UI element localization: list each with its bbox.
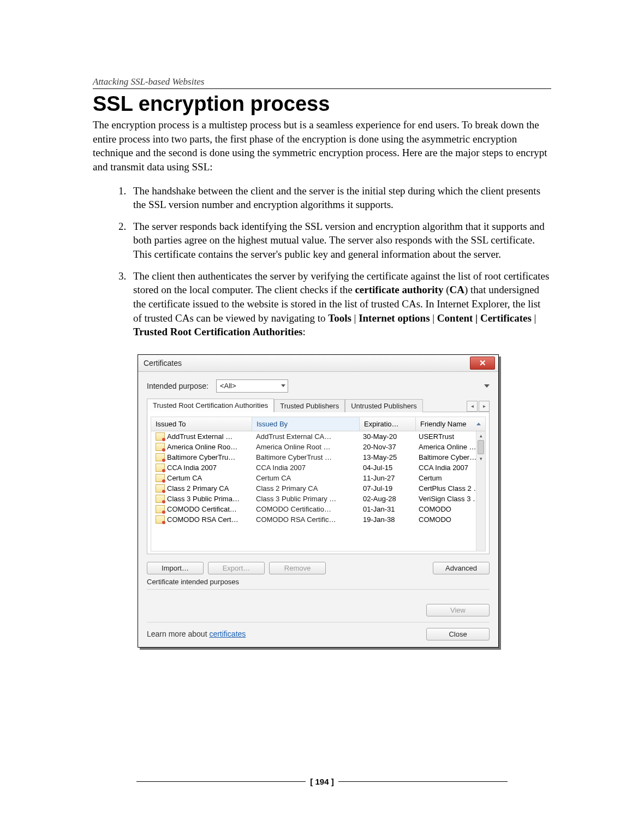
learn-more: Learn more about certificates	[147, 630, 246, 638]
import-button[interactable]: Import…	[147, 562, 204, 574]
intended-purposes-label: Certificate intended purposes	[147, 578, 490, 586]
certificate-icon	[156, 453, 165, 461]
col-expiration[interactable]: Expiratio…	[360, 417, 416, 431]
cell-issued-by: AddTrust External CA…	[252, 432, 359, 441]
cell-issued-to: COMODO Certificat…	[167, 505, 237, 513]
cell-friendly: USERTrust	[414, 432, 485, 441]
cell-issued-by: Baltimore CyberTrust …	[252, 453, 359, 462]
cell-friendly: America Online R…	[414, 442, 485, 452]
cell-friendly: Baltimore Cyber…	[414, 453, 485, 462]
dialog-body: Intended purpose: <All> Trusted Root Cer…	[138, 372, 498, 647]
certificate-icon	[156, 432, 165, 441]
cell-expiration: 20-Nov-37	[359, 442, 414, 452]
cell-friendly: COMODO	[414, 515, 485, 524]
footer-rule-right	[338, 781, 508, 782]
cell-expiration: 01-Jan-31	[359, 505, 414, 514]
cell-issued-by: Class 2 Primary CA	[252, 484, 359, 493]
cell-expiration: 13-May-25	[359, 453, 414, 462]
remove-button[interactable]: Remove	[269, 562, 326, 574]
cell-expiration: 19-Jan-38	[359, 515, 414, 524]
cell-issued-by: CCA India 2007	[252, 463, 359, 472]
step-2: The server responds back identifying the…	[129, 219, 551, 262]
table-row[interactable]: COMODO Certificat… COMODO Certificatio… …	[151, 504, 485, 514]
section-title: SSL encryption process	[93, 92, 551, 116]
cell-expiration: 02-Aug-28	[359, 494, 414, 503]
tab-strip: Trusted Root Certification Authorities T…	[147, 398, 490, 412]
dialog-footer: Learn more about certificates Close	[147, 628, 490, 640]
table-row[interactable]: CCA India 2007 CCA India 2007 04-Jul-15 …	[151, 462, 485, 473]
cell-expiration: 07-Jul-19	[359, 484, 414, 493]
cell-issued-by: Certum CA	[252, 473, 359, 483]
view-button[interactable]: View	[426, 604, 490, 616]
col-friendly-label: Friendly Name	[420, 420, 467, 428]
learn-more-prefix: Learn more about	[147, 630, 209, 638]
step3-bold-trca: Trusted Root Certification Authorities	[133, 326, 302, 337]
cell-friendly: COMODO	[414, 505, 485, 514]
export-button[interactable]: Export…	[208, 562, 265, 574]
steps-list: The handshake between the client and the…	[93, 184, 551, 339]
cell-expiration: 11-Jun-27	[359, 473, 414, 483]
cell-issued-to: Class 3 Public Prima…	[167, 495, 240, 503]
cell-issued-to: Certum CA	[167, 474, 202, 482]
step3-bold-inet: Internet options	[359, 312, 430, 324]
certificate-icon	[156, 495, 165, 503]
table-row[interactable]: AddTrust External … AddTrust External CA…	[151, 431, 485, 442]
col-issued-by[interactable]: Issued By	[252, 417, 360, 431]
step3-sep: |	[351, 312, 359, 324]
table-row[interactable]: Class 3 Public Prima… Class 3 Public Pri…	[151, 494, 485, 504]
tab-scroll-left[interactable]: ◂	[467, 401, 478, 412]
table-body[interactable]: AddTrust External … AddTrust External CA…	[151, 431, 485, 551]
vertical-scrollbar[interactable]: ▴ ▾	[476, 431, 485, 551]
dropdown-icon[interactable]	[484, 384, 490, 388]
cell-issued-to: AddTrust External …	[167, 432, 232, 441]
cell-expiration: 04-Jul-15	[359, 463, 414, 472]
dialog-titlebar[interactable]: Certificates ✕	[138, 355, 498, 372]
close-dialog-button[interactable]: Close	[426, 628, 490, 640]
table-row[interactable]: Certum CA Certum CA 11-Jun-27 Certum	[151, 473, 485, 483]
step3-bold-ca-full: certificate authority	[355, 284, 443, 295]
col-friendly-name[interactable]: Friendly Name	[416, 417, 485, 431]
step3-sep: |	[430, 312, 437, 324]
footer-rule-left	[136, 781, 306, 782]
tab-scroll-buttons: ◂ ▸	[467, 401, 490, 412]
certificate-table: Issued To Issued By Expiratio… Friendly …	[151, 417, 486, 551]
tab-trusted-publishers[interactable]: Trusted Publishers	[274, 399, 345, 412]
intended-purpose-label: Intended purpose:	[147, 382, 208, 390]
tab-trusted-root-ca[interactable]: Trusted Root Certification Authorities	[147, 399, 274, 412]
close-button[interactable]: ✕	[470, 357, 495, 370]
cell-friendly: CCA India 2007	[414, 463, 485, 472]
intended-purpose-combo[interactable]: <All>	[216, 379, 288, 393]
table-row[interactable]: Class 2 Primary CA Class 2 Primary CA 07…	[151, 483, 485, 494]
certificate-icon	[156, 484, 165, 492]
table-row[interactable]: Baltimore CyberTru… Baltimore CyberTrust…	[151, 452, 485, 462]
scroll-down-icon[interactable]: ▾	[476, 454, 485, 463]
divider	[147, 622, 490, 622]
view-button-row: View	[147, 604, 490, 616]
scroll-up-icon[interactable]: ▴	[476, 431, 485, 440]
tab-untrusted-publishers[interactable]: Untrusted Publishers	[345, 399, 423, 412]
scroll-thumb[interactable]	[478, 440, 484, 454]
table-row[interactable]: America Online Roo… America Online Root …	[151, 442, 485, 452]
cell-issued-by: COMODO Certificatio…	[252, 505, 359, 514]
certificate-list-pane: Issued To Issued By Expiratio… Friendly …	[147, 412, 490, 554]
intended-purpose-row: Intended purpose: <All>	[147, 379, 490, 393]
step3-bold-ca: CA	[449, 284, 464, 295]
col-issued-by-label: Issued By	[257, 420, 288, 428]
running-header: Attacking SSL-based Websites	[93, 76, 551, 89]
page-footer: [ 194 ]	[0, 777, 644, 786]
cell-issued-by: Class 3 Public Primary …	[252, 494, 359, 503]
cell-friendly: CertPlus Class 2 …	[414, 484, 485, 493]
cell-issued-to: Baltimore CyberTru…	[167, 453, 235, 461]
certificate-icon	[156, 474, 165, 482]
learn-more-link[interactable]: certificates	[209, 630, 246, 638]
certificate-icon	[156, 443, 165, 451]
table-row[interactable]: COMODO RSA Cert… COMODO RSA Certific… 19…	[151, 514, 485, 525]
dialog-title: Certificates	[144, 359, 182, 367]
col-issued-to[interactable]: Issued To	[151, 417, 252, 431]
cell-friendly: Certum	[414, 473, 485, 483]
advanced-button[interactable]: Advanced	[433, 562, 490, 574]
cell-issued-to: CCA India 2007	[167, 464, 217, 472]
cell-issued-to: America Online Roo…	[167, 443, 237, 451]
tab-scroll-right[interactable]: ▸	[479, 401, 490, 412]
step3-bold-tools: Tools	[328, 312, 351, 324]
